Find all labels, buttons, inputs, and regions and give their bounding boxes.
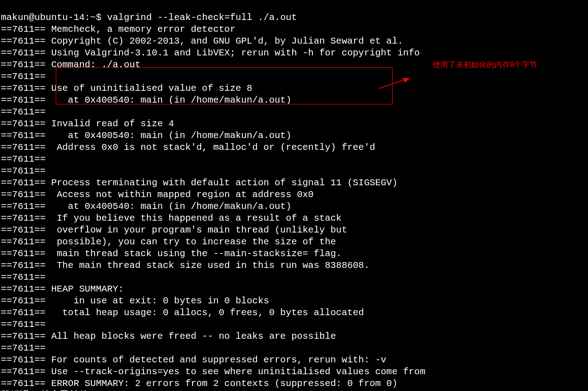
output-line: ==7611== in use at exit: 0 bytes in 0 bl… — [1, 296, 269, 306]
output-line: ==7611== overflow in your program's main… — [1, 225, 347, 235]
output-line: ==7611== For counts of detected and supp… — [1, 355, 386, 365]
output-line: ==7611== — [1, 166, 45, 176]
command-text: valgrind --leak-check=full ./a.out — [107, 12, 297, 23]
output-line: ==7611== ERROR SUMMARY: 2 errors from 2 … — [1, 378, 397, 389]
output-line: ==7611== possible), you can try to incre… — [1, 237, 336, 247]
output-line: ==7611== Using Valgrind-3.10.1 and LibVE… — [1, 48, 420, 58]
terminal-window[interactable]: makun@ubuntu-14:~$ valgrind --leak-check… — [0, 0, 588, 391]
output-line: ==7611== Copyright (C) 2002-2013, and GN… — [1, 36, 403, 46]
output-line: ==7611== — [1, 343, 45, 353]
output-line: ==7611== — [1, 107, 45, 117]
prompt-line: makun@ubuntu-14:~$ valgrind --leak-check… — [1, 12, 297, 23]
output-line: ==7611== at 0x400540: main (in /home/mak… — [1, 95, 292, 105]
annotation-arrow-icon — [376, 77, 410, 91]
output-line: ==7611== — [1, 71, 45, 82]
output-line: ==7611== If you believe this happened as… — [1, 213, 341, 223]
output-line: ==7611== Memcheck, a memory error detect… — [1, 24, 236, 35]
output-line: ==7611== — [1, 154, 45, 164]
prompt-cwd: ~ — [90, 12, 96, 23]
output-line: ==7611== main thread stack using the --m… — [1, 248, 341, 259]
svg-marker-1 — [402, 78, 410, 83]
output-line: ==7611== Command: ./a.out — [1, 59, 141, 70]
output-line: ==7611== total heap usage: 0 allocs, 0 f… — [1, 307, 364, 318]
output-line: ==7611== — [1, 272, 45, 282]
output-line: ==7611== Access not within mapped region… — [1, 189, 314, 200]
output-line: ==7611== Use --track-origins=yes to see … — [1, 366, 425, 377]
output-line: ==7611== Process terminating with defaul… — [1, 178, 397, 188]
output-line: ==7611== Invalid read of size 4 — [1, 119, 174, 129]
output-line: ==7611== Address 0x0 is not stack'd, mal… — [1, 142, 375, 153]
output-line: ==7611== Use of uninitialised value of s… — [1, 83, 252, 94]
prompt-user-host: makun@ubuntu-14 — [1, 12, 85, 23]
output-line: ==7611== at 0x400540: main (in /home/mak… — [1, 130, 292, 141]
output-line: ==7611== at 0x400540: main (in /home/mak… — [1, 201, 292, 212]
output-line: ==7611== The main thread stack size used… — [1, 260, 370, 271]
output-line: ==7611== HEAP SUMMARY: — [1, 284, 124, 294]
output-line: ==7611== All heap blocks were freed -- n… — [1, 331, 336, 342]
svg-line-0 — [378, 80, 404, 89]
output-line: ==7611== — [1, 319, 45, 330]
annotation-label: 使用了未初始化的内存8个字节 — [433, 59, 537, 71]
